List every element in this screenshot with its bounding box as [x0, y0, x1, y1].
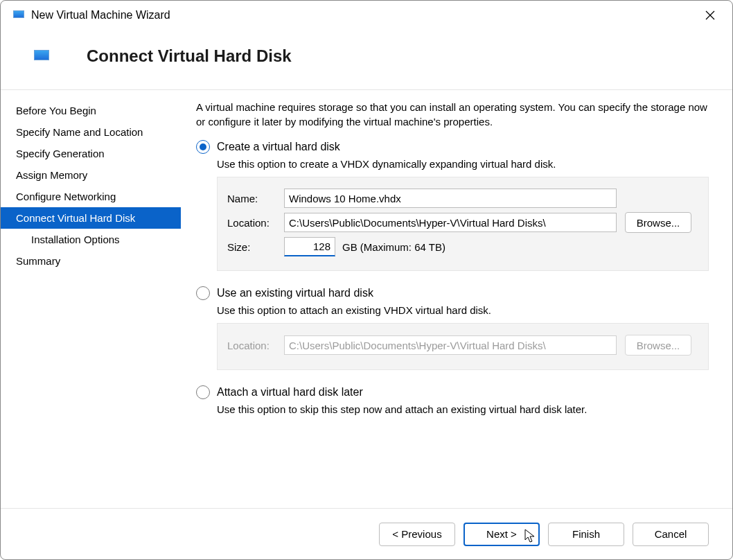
wizard-footer: < Previous Next > Finish Cancel	[1, 508, 732, 559]
step-installation-options[interactable]: Installation Options	[1, 229, 181, 250]
option-create-vhd-desc: Use this option to create a VHDX dynamic…	[217, 158, 709, 170]
page-header: Connect Virtual Hard Disk	[1, 30, 732, 89]
title-bar: New Virtual Machine Wizard	[1, 1, 732, 30]
radio-use-existing-vhd-label: Use an existing virtual hard disk	[217, 287, 373, 299]
step-summary[interactable]: Summary	[1, 250, 181, 272]
size-label: Size:	[227, 241, 284, 253]
finish-button[interactable]: Finish	[548, 523, 624, 546]
wizard-steps-sidebar: Before You Begin Specify Name and Locati…	[1, 90, 181, 481]
page-title: Connect Virtual Hard Disk	[87, 46, 292, 66]
step-configure-networking[interactable]: Configure Networking	[1, 186, 181, 207]
step-specify-generation[interactable]: Specify Generation	[1, 143, 181, 164]
close-icon	[705, 10, 715, 20]
option-create-vhd: Create a virtual hard disk Use this opti…	[196, 140, 709, 271]
option-use-existing-vhd-desc: Use this option to attach an existing VH…	[217, 304, 709, 316]
use-existing-fields: Location: Browse...	[217, 323, 709, 370]
create-vhd-fields: Name: Location: Browse... Size: GB (Maxi…	[217, 177, 709, 271]
browse-location-button[interactable]: Browse...	[625, 212, 691, 233]
intro-text: A virtual machine requires storage so th…	[196, 100, 709, 129]
browse-existing-button: Browse...	[625, 335, 691, 356]
next-button[interactable]: Next >	[463, 523, 540, 546]
option-use-existing-vhd: Use an existing virtual hard disk Use th…	[196, 286, 709, 370]
wizard-content: A virtual machine requires storage so th…	[181, 90, 732, 481]
size-suffix-text: GB (Maximum: 64 TB)	[342, 241, 445, 253]
name-label: Name:	[227, 193, 284, 204]
option-attach-later-desc: Use this option to skip this step now an…	[217, 403, 709, 415]
step-connect-virtual-hard-disk[interactable]: Connect Virtual Hard Disk	[1, 207, 181, 229]
step-assign-memory[interactable]: Assign Memory	[1, 164, 181, 186]
window-title: New Virtual Machine Wizard	[31, 9, 170, 21]
vhd-size-input[interactable]	[284, 237, 335, 256]
location-label: Location:	[227, 217, 284, 229]
app-monitor-icon	[13, 10, 24, 20]
existing-location-input	[284, 335, 617, 355]
option-attach-later: Attach a virtual hard disk later Use thi…	[196, 385, 709, 415]
cancel-button[interactable]: Cancel	[633, 523, 709, 546]
radio-attach-later[interactable]	[196, 385, 210, 399]
existing-location-label: Location:	[227, 340, 284, 351]
step-before-you-begin[interactable]: Before You Begin	[1, 100, 181, 121]
previous-button[interactable]: < Previous	[379, 523, 455, 546]
vhd-name-input[interactable]	[284, 189, 617, 208]
radio-create-vhd[interactable]	[196, 140, 210, 154]
radio-use-existing-vhd[interactable]	[196, 286, 210, 300]
radio-create-vhd-label: Create a virtual hard disk	[217, 141, 340, 153]
step-specify-name-location[interactable]: Specify Name and Location	[1, 121, 181, 143]
vhd-location-input[interactable]	[284, 213, 617, 232]
radio-attach-later-label: Attach a virtual hard disk later	[217, 386, 363, 399]
close-button[interactable]	[695, 4, 725, 26]
header-monitor-icon	[34, 50, 49, 62]
